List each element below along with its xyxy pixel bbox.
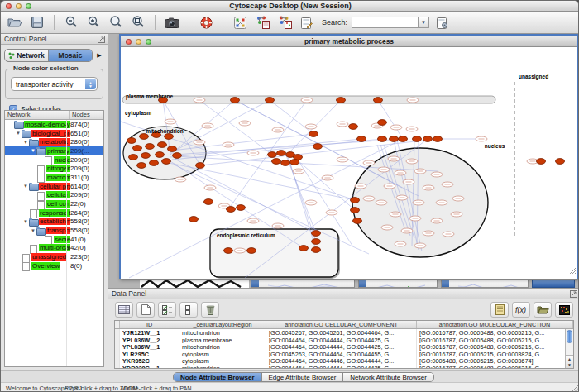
column-header[interactable]: annotation.GO CELLULAR_COMPONENT xyxy=(266,321,417,328)
scrollbar-thumb[interactable] xyxy=(567,330,572,343)
column-header[interactable]: ID xyxy=(120,321,179,328)
mdi-desktop: primary metabolic process plasma membran… xyxy=(108,34,579,288)
node-color-combo[interactable]: transporter activity ▲▼ xyxy=(11,77,98,91)
table-row[interactable]: YLR295Ccytoplasm[GO:0045263, GO:0044464,… xyxy=(115,351,573,358)
tree-col-nodes[interactable]: Nodes xyxy=(70,111,103,119)
data-panel-toolbar: f(x) xyxy=(108,299,579,320)
tree-row-node-count: 42(0) xyxy=(70,244,103,251)
browser-tab[interactable]: Network Attribute Browser xyxy=(343,373,433,381)
main-toolbar: Search: ▼ xyxy=(1,12,579,34)
tree-row[interactable]: secretion41(0) xyxy=(5,235,103,244)
svg-text:endoplasmic reticulum: endoplasmic reticulum xyxy=(217,232,275,239)
tab-overflow-arrow-icon[interactable]: ▶ xyxy=(94,50,104,61)
app-resize-grip[interactable] xyxy=(571,385,579,392)
tree-row[interactable]: multi-organism pro42(0) xyxy=(5,244,103,253)
table-row[interactable]: YKR052Ccytoplasm[GO:0044464, GO:0044446,… xyxy=(115,357,573,365)
tab-mosaic[interactable]: Mosaic xyxy=(49,50,92,61)
table-row[interactable]: YDR039C__1mitochondrion[GO:0044464, GO:0… xyxy=(115,365,573,369)
tree-row-node-count: 209(... xyxy=(70,147,103,155)
search-label: Search: xyxy=(322,18,347,26)
table-row[interactable]: YPL036W__1mitochondrion[GO:0044464, GO:0… xyxy=(115,343,573,351)
folder-icon xyxy=(14,121,23,127)
open-folder-icon[interactable] xyxy=(6,14,24,31)
svg-text:mitochondrion: mitochondrion xyxy=(146,128,184,134)
browser-tab[interactable]: Node Attribute Browser xyxy=(174,373,262,381)
svg-text:nucleus: nucleus xyxy=(485,143,505,149)
float-panel-icon[interactable] xyxy=(98,36,105,45)
search-dropdown-button[interactable]: ▼ xyxy=(418,17,429,28)
table-row[interactable]: YJR121W__1mitochondrion[GO:0045267, GO:0… xyxy=(115,329,573,337)
background-window-strip[interactable] xyxy=(251,280,355,288)
page-config-icon[interactable] xyxy=(433,14,452,31)
tree-row-node-count: 558(0) xyxy=(70,218,103,225)
zoom-selected-icon[interactable] xyxy=(107,14,125,31)
background-window-titlebar[interactable] xyxy=(532,280,575,288)
attribute-table-icon[interactable] xyxy=(115,302,133,318)
unselect-attributes-icon[interactable] xyxy=(179,302,198,318)
zoom-fit-icon[interactable] xyxy=(129,14,147,31)
tree-row[interactable]: response to stimulu264(0) xyxy=(5,208,103,218)
snapshot-camera-icon[interactable] xyxy=(163,14,181,31)
matrix-heatmap-icon[interactable] xyxy=(555,302,573,318)
zoom-in-icon[interactable] xyxy=(84,14,103,31)
table-cell: YLR295C xyxy=(120,351,179,358)
network-overview-icon[interactable] xyxy=(231,14,249,31)
tab-network[interactable]: Network xyxy=(5,50,49,61)
tree-row[interactable]: macromolecule311(0) xyxy=(5,173,103,182)
annotation-icon[interactable] xyxy=(275,14,294,31)
status-pan-hint: Middle-click + drag to PAN xyxy=(121,385,192,392)
browser-tab[interactable]: Edge Attribute Browser xyxy=(262,373,344,381)
tree-row-node-count: 209(0) xyxy=(70,191,103,198)
toolbar-separator xyxy=(189,15,189,30)
tree-row[interactable]: cell communicat22(0) xyxy=(5,199,103,208)
search-input[interactable] xyxy=(352,17,418,28)
help-lifering-icon[interactable] xyxy=(197,14,215,31)
tree-row[interactable]: nucleobase-209(0) xyxy=(5,155,103,165)
window-resize-grip[interactable] xyxy=(569,263,577,278)
network-window-titlebar[interactable]: primary metabolic process xyxy=(121,36,577,47)
tree-row-label: unassigned xyxy=(31,253,67,261)
table-cell: [GO:0044464, GO:0044444, GO:0044425, G..… xyxy=(266,343,417,351)
page-edit-icon[interactable] xyxy=(298,14,316,31)
tree-row[interactable]: ▼primary metabo209(... xyxy=(5,146,103,155)
background-window-thumbnail[interactable] xyxy=(140,280,249,288)
tree-row-node-count: 41(0) xyxy=(70,236,103,243)
select-attributes-icon[interactable] xyxy=(158,302,176,318)
tree-row[interactable]: ▼biological_process651(0) xyxy=(5,129,103,138)
tree-row[interactable]: ▼metabolic process280(0) xyxy=(5,137,103,146)
column-header[interactable]: _cellularLayoutRegion xyxy=(179,321,266,328)
table-vertical-scrollbar[interactable]: ▲▼ xyxy=(565,329,573,368)
trash-icon[interactable] xyxy=(201,302,219,318)
toolbar-separator xyxy=(155,15,156,30)
tree-col-network[interactable]: Network xyxy=(5,111,70,119)
zoom-out-icon[interactable] xyxy=(62,14,80,31)
new-attribute-icon[interactable] xyxy=(136,302,155,318)
table-cell: [GO:0016787, GO:0005488, GO:0005215, G..… xyxy=(417,329,573,337)
tree-row[interactable]: nitrogen compo209(0) xyxy=(5,164,103,173)
tree-row-node-count: 558(0) xyxy=(70,227,103,234)
notes-icon[interactable] xyxy=(490,302,509,318)
scrollbar-arrows[interactable]: ▲▼ xyxy=(566,355,573,368)
tab-network-label: Network xyxy=(17,51,45,60)
column-header[interactable]: annotation.GO MOLECULAR_FUNCTION xyxy=(417,321,573,328)
table-cell: cytoplasm xyxy=(179,357,266,365)
status-bar: Welcome to Cytoscape 2.8.1 Right-click +… xyxy=(1,382,579,392)
tree-row[interactable]: Overview8(0) xyxy=(5,261,103,270)
background-window-strip[interactable] xyxy=(358,280,438,288)
background-window-strip[interactable] xyxy=(441,280,529,288)
tree-row[interactable]: ▼establishment of lo558(0) xyxy=(5,218,103,227)
vizmap-icon[interactable] xyxy=(253,14,271,31)
tree-row[interactable]: ▼cellular process614(0) xyxy=(5,182,103,191)
node-color-selection-legend: Node color selection xyxy=(11,65,81,72)
tree-row[interactable]: mosaic-demo-yeast874(0) xyxy=(5,120,103,129)
tree-row[interactable]: ▼transport558(0) xyxy=(5,226,103,235)
tree-row[interactable]: unassigned223(0) xyxy=(5,252,103,261)
table-row[interactable]: YPL036W__2plasma membrane[GO:0044464, GO… xyxy=(115,337,573,344)
tree-row[interactable]: cellular metabol209(0) xyxy=(5,191,103,200)
float-panel-icon[interactable] xyxy=(570,290,577,299)
network-canvas[interactable]: plasma membranecytoplasmmitochondrionnuc… xyxy=(121,47,577,279)
function-builder-icon[interactable]: f(x) xyxy=(512,302,530,318)
network-tab-icon xyxy=(8,52,15,59)
import-attributes-icon[interactable] xyxy=(534,302,552,318)
save-icon[interactable] xyxy=(28,14,46,31)
